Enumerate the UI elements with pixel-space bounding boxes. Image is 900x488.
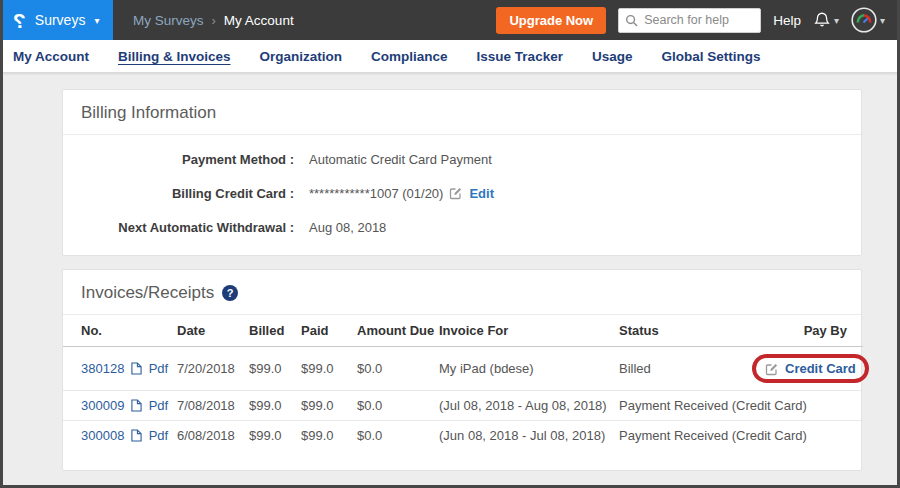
chevron-down-icon: ▾ [94,15,99,26]
invoice-amount-due: $0.0 [353,347,435,391]
pay-by-credit-card-link[interactable]: Credit Card [785,361,856,376]
app-window: ? Surveys ▾ My Surveys › My Account Upgr… [0,0,900,488]
tab-usage[interactable]: Usage [592,49,633,64]
col-pay-by: Pay By [748,315,863,347]
invoice-billed: $99.0 [245,347,297,391]
invoice-status: Payment Received (Credit Card) [615,391,748,421]
col-invoice-for: Invoice For [435,315,615,347]
next-withdrawal-row: Next Automatic Withdrawal : Aug 08, 2018 [63,217,861,237]
billing-information-title: Billing Information [63,90,861,135]
edit-icon [765,362,779,376]
billing-information-body: Payment Method : Automatic Credit Card P… [63,135,861,255]
billing-credit-card-row: Billing Credit Card : ************1007 (… [63,183,861,203]
help-question-icon[interactable]: ? [222,285,238,301]
bell-icon [813,11,831,29]
invoices-receipts-title: Invoices/Receipts ? [63,270,861,315]
payment-method-row: Payment Method : Automatic Credit Card P… [63,149,861,169]
pdf-file-icon [131,399,142,412]
edit-icon [449,186,463,200]
invoice-row: 380128 Pdf 7/20/2018 $99.0 $99.0 $0.0 My… [63,347,863,391]
invoice-number-link[interactable]: 300008 [81,428,124,443]
questionpro-logo-icon: ? [13,10,26,31]
avatar [851,7,877,33]
pdf-file-icon [131,362,142,375]
pay-by-highlight-annotation: Credit Card [752,354,869,383]
search-input[interactable] [618,8,761,33]
invoice-amount-due: $0.0 [353,421,435,451]
invoices-receipts-title-text: Invoices/Receipts [81,283,214,303]
tab-issue-tracker[interactable]: Issue Tracker [477,49,563,64]
product-menu[interactable]: ? Surveys ▾ [3,0,113,40]
invoice-paid: $99.0 [297,421,353,451]
breadcrumb-current: My Account [224,13,294,28]
invoice-number-link[interactable]: 300009 [81,398,124,413]
invoices-table: No. Date Billed Paid Amount Due Invoice … [63,315,863,450]
card-bottom-spacer [63,450,861,470]
billing-information-card: Billing Information Payment Method : Aut… [62,89,862,256]
pdf-link[interactable]: Pdf [149,398,169,413]
payment-method-label: Payment Method : [63,152,294,167]
card-number-masked: ************1007 (01/20) [309,186,443,201]
next-withdrawal-value: Aug 08, 2018 [309,220,386,235]
col-paid: Paid [297,315,353,347]
invoices-table-header: No. Date Billed Paid Amount Due Invoice … [63,315,863,347]
main-content: Billing Information Payment Method : Aut… [3,73,897,471]
upgrade-now-button[interactable]: Upgrade Now [496,7,606,34]
product-menu-label: Surveys [35,12,86,28]
pdf-link[interactable]: Pdf [149,361,169,376]
invoice-billed: $99.0 [245,391,297,421]
col-billed: Billed [245,315,297,347]
pdf-file-icon [131,429,142,442]
tab-billing-invoices[interactable]: Billing & Invoices [118,49,231,64]
billing-credit-card-value: ************1007 (01/20) Edit [309,186,494,201]
pdf-link[interactable]: Pdf [149,428,169,443]
col-date: Date [173,315,245,347]
next-withdrawal-label: Next Automatic Withdrawal : [63,220,294,235]
invoice-paid: $99.0 [297,391,353,421]
invoice-date: 6/08/2018 [173,421,245,451]
invoice-billed: $99.0 [245,421,297,451]
payment-method-value: Automatic Credit Card Payment [309,152,492,167]
invoice-for: (Jul 08, 2018 - Aug 08, 2018) [435,391,615,421]
breadcrumb: My Surveys › My Account [133,13,294,28]
chevron-down-icon: ▾ [834,15,839,26]
invoice-date: 7/20/2018 [173,347,245,391]
notifications-button[interactable]: ▾ [813,11,839,29]
invoice-date: 7/08/2018 [173,391,245,421]
invoice-status: Payment Received (Credit Card) [615,421,748,451]
col-status: Status [615,315,748,347]
breadcrumb-my-surveys[interactable]: My Surveys [133,13,204,28]
billing-credit-card-label: Billing Credit Card : [63,186,294,201]
tab-my-account[interactable]: My Account [13,49,89,64]
invoice-for: (Jun 08, 2018 - Jul 08, 2018) [435,421,615,451]
invoice-for: My iPad (bdese) [435,347,615,391]
tab-global-settings[interactable]: Global Settings [661,49,760,64]
tab-organization[interactable]: Organization [260,49,343,64]
breadcrumb-separator-icon: › [212,13,216,28]
col-amount-due: Amount Due [353,315,435,347]
invoice-status: Billed [615,347,748,391]
chevron-down-icon: ▾ [880,15,885,26]
invoice-number-link[interactable]: 380128 [81,361,124,376]
topbar-actions: Upgrade Now Help ▾ [496,7,897,34]
topbar: ? Surveys ▾ My Surveys › My Account Upgr… [3,0,897,40]
help-link[interactable]: Help [773,13,801,28]
invoice-row: 300008 Pdf 6/08/2018 $99.0 $99.0 $0.0 (J… [63,421,863,451]
edit-credit-card-link[interactable]: Edit [469,186,494,201]
search-icon [625,14,638,27]
col-no: No. [63,315,173,347]
invoice-amount-due: $0.0 [353,391,435,421]
invoice-paid: $99.0 [297,347,353,391]
account-section-tabs: My Account Billing & Invoices Organizati… [3,40,897,73]
tab-compliance[interactable]: Compliance [371,49,448,64]
help-search [618,8,761,33]
invoice-row: 300009 Pdf 7/08/2018 $99.0 $99.0 $0.0 (J… [63,391,863,421]
account-menu[interactable]: ▾ [851,7,885,33]
invoices-receipts-card: Invoices/Receipts ? No. Date Billed Paid… [62,269,862,471]
